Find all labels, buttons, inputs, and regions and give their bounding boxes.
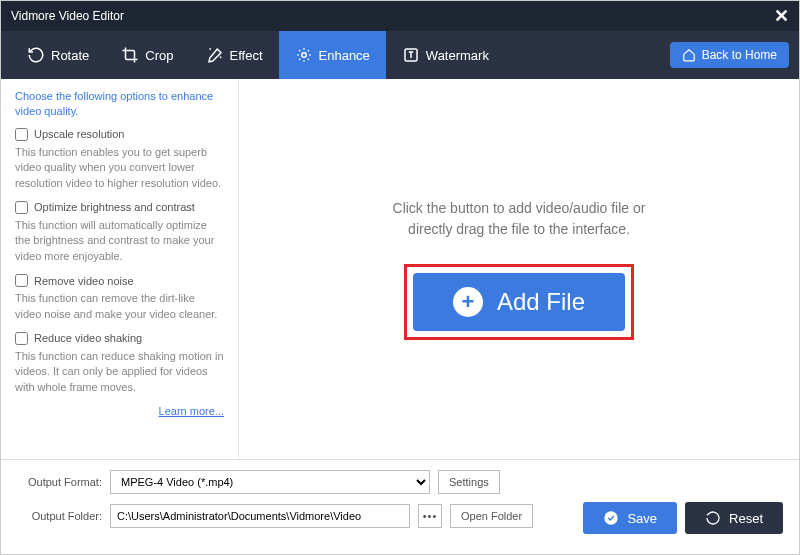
svg-point-2 [605, 511, 618, 524]
output-folder-input[interactable] [110, 504, 410, 528]
enhance-label: Enhance [319, 48, 370, 63]
rotate-tab[interactable]: Rotate [11, 31, 105, 79]
shaking-checkbox[interactable] [15, 332, 28, 345]
noise-label: Remove video noise [34, 275, 134, 287]
highlight-box: + Add File [404, 264, 634, 340]
output-format-label: Output Format: [17, 476, 102, 488]
option-upscale: Upscale resolution [15, 128, 224, 141]
brightness-label: Optimize brightness and contrast [34, 201, 195, 213]
reset-label: Reset [729, 511, 763, 526]
brightness-checkbox[interactable] [15, 201, 28, 214]
check-icon [603, 510, 619, 526]
shaking-label: Reduce video shaking [34, 332, 142, 344]
option-brightness: Optimize brightness and contrast [15, 201, 224, 214]
output-folder-label: Output Folder: [17, 510, 102, 522]
noise-checkbox[interactable] [15, 274, 28, 287]
settings-button[interactable]: Settings [438, 470, 500, 494]
save-button[interactable]: Save [583, 502, 677, 534]
option-noise: Remove video noise [15, 274, 224, 287]
add-file-label: Add File [497, 288, 585, 316]
reset-icon [705, 510, 721, 526]
upscale-checkbox[interactable] [15, 128, 28, 141]
drop-hint: Click the button to add video/audio file… [393, 198, 646, 240]
app-title: Vidmore Video Editor [11, 9, 124, 23]
watermark-tab[interactable]: Watermark [386, 31, 505, 79]
output-format-select[interactable]: MPEG-4 Video (*.mp4) [110, 470, 430, 494]
enhance-tab[interactable]: Enhance [279, 31, 386, 79]
drop-area[interactable]: Click the button to add video/audio file… [239, 79, 799, 459]
main-toolbar: Rotate Crop Effect Enhance Watermark [1, 31, 799, 79]
rotate-label: Rotate [51, 48, 89, 63]
plus-icon: + [453, 287, 483, 317]
home-icon [682, 48, 696, 62]
brightness-desc: This function will automatically optimiz… [15, 218, 224, 264]
footer: Output Format: MPEG-4 Video (*.mp4) Sett… [1, 459, 799, 548]
effect-icon [206, 46, 224, 64]
browse-button[interactable]: ••• [418, 504, 442, 528]
enhance-icon [295, 46, 313, 64]
svg-point-0 [301, 53, 306, 58]
main-area: Choose the following options to enhance … [1, 79, 799, 459]
crop-label: Crop [145, 48, 173, 63]
home-label: Back to Home [702, 48, 777, 62]
rotate-icon [27, 46, 45, 64]
effect-label: Effect [230, 48, 263, 63]
noise-desc: This function can remove the dirt-like v… [15, 291, 224, 322]
shaking-desc: This function can reduce shaking motion … [15, 349, 224, 395]
open-folder-button[interactable]: Open Folder [450, 504, 533, 528]
crop-tab[interactable]: Crop [105, 31, 189, 79]
upscale-label: Upscale resolution [34, 128, 125, 140]
watermark-icon [402, 46, 420, 64]
save-label: Save [627, 511, 657, 526]
sidebar-intro: Choose the following options to enhance … [15, 89, 224, 120]
enhance-sidebar: Choose the following options to enhance … [1, 79, 239, 459]
crop-icon [121, 46, 139, 64]
effect-tab[interactable]: Effect [190, 31, 279, 79]
add-file-button[interactable]: + Add File [413, 273, 625, 331]
option-shaking: Reduce video shaking [15, 332, 224, 345]
back-to-home-button[interactable]: Back to Home [670, 42, 789, 68]
reset-button[interactable]: Reset [685, 502, 783, 534]
close-icon[interactable]: ✕ [774, 5, 789, 27]
watermark-label: Watermark [426, 48, 489, 63]
learn-more-link[interactable]: Learn more... [15, 405, 224, 417]
title-bar: Vidmore Video Editor ✕ [1, 1, 799, 31]
upscale-desc: This function enables you to get superb … [15, 145, 224, 191]
